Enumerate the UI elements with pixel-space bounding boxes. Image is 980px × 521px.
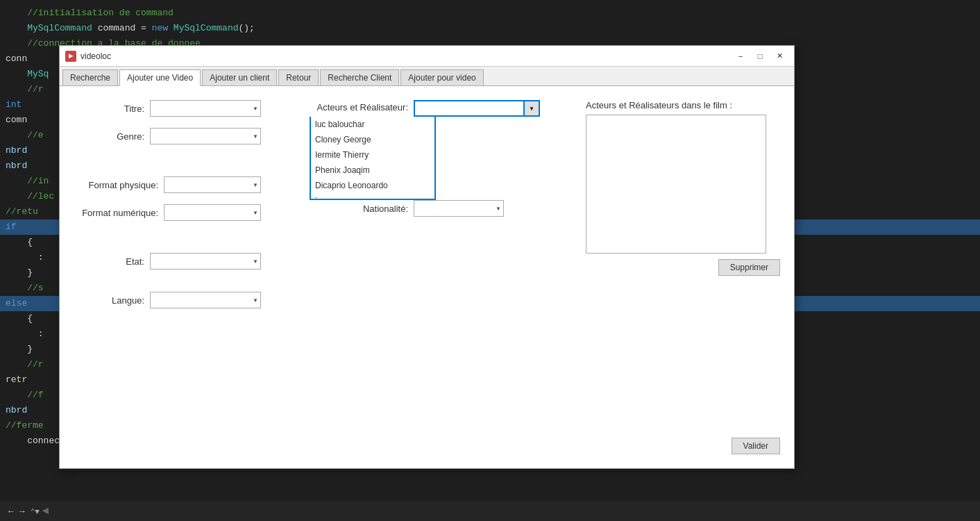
- acteurs-group: Acteurs et Réalisateur: ▼ luc balouchar …: [310, 100, 518, 117]
- code-text: MySq: [6, 67, 49, 82]
- code-text: new: [152, 21, 168, 36]
- code-text: //retu: [6, 204, 38, 220]
- valider-button[interactable]: Valider: [732, 438, 780, 454]
- tab-retour[interactable]: Retour: [278, 69, 319, 85]
- scroll-back-button[interactable]: ←: [6, 505, 17, 518]
- nationalite-group: Nationalité:: [310, 200, 518, 217]
- tab-ajouter-pour-video[interactable]: Ajouter pour video: [400, 69, 483, 85]
- code-text: conn: [6, 51, 27, 67]
- format-physique-label: Format physique:: [74, 180, 164, 190]
- nationalite-label: Nationalité:: [310, 204, 414, 214]
- dialog-title-left: ▶ videoloc: [65, 51, 111, 62]
- code-text: MySqlCommand: [168, 21, 238, 36]
- code-text: //in: [6, 174, 49, 189]
- nationalite-select-wrapper: [414, 200, 504, 217]
- genre-select[interactable]: [150, 128, 261, 144]
- code-text: else: [6, 296, 27, 311]
- scroll-jump-icon: ⌃▼: [31, 507, 40, 516]
- dialog-body: Titre: Genre: Format physique:: [60, 86, 794, 468]
- dialog-title-text: videoloc: [81, 51, 111, 61]
- code-text: {: [6, 235, 33, 250]
- form-middle: Acteurs et Réalisateur: ▼ luc balouchar …: [310, 100, 518, 228]
- code-text: //f: [6, 388, 44, 403]
- dialog-titlebar: ▶ videoloc − □ ✕: [60, 46, 794, 67]
- dropdown-item-jean-reno[interactable]: jean reno: [311, 193, 434, 200]
- tab-ajouter-client[interactable]: Ajouter un client: [202, 69, 277, 85]
- acteurs-dropdown-button[interactable]: ▼: [525, 100, 540, 117]
- scroll-left-arrow: ◄: [42, 505, 49, 518]
- right-panel: Acteurs et Réalisateurs dans le film : S…: [586, 100, 780, 276]
- maximize-button[interactable]: □: [751, 49, 769, 63]
- spacer: [74, 156, 296, 176]
- code-text: ();: [238, 21, 254, 36]
- code-text: //e: [6, 128, 44, 143]
- genre-label: Genre:: [74, 131, 150, 142]
- acteurs-dropdown-list: luc balouchar Cloney George Iermite Thie…: [310, 117, 436, 200]
- acteurs-input[interactable]: [414, 100, 525, 117]
- dialog-window: ▶ videoloc − □ ✕ Recherche Ajouter une V…: [59, 45, 795, 469]
- code-text: :: [6, 250, 44, 265]
- etat-select-wrapper: [150, 253, 261, 270]
- etat-label: Etat:: [74, 256, 150, 267]
- langue-group: Langue:: [74, 292, 296, 308]
- dialog-title-controls: − □ ✕: [732, 49, 788, 63]
- langue-label: Langue:: [74, 295, 150, 306]
- tab-ajouter-video[interactable]: Ajouter une Video: [119, 69, 201, 86]
- dropdown-item-luc[interactable]: luc balouchar: [311, 117, 434, 132]
- supprimer-row: Supprimer: [586, 259, 780, 276]
- titre-select-wrapper: [150, 100, 261, 117]
- langue-select[interactable]: [150, 292, 261, 308]
- code-text: comn: [6, 113, 27, 128]
- code-text: {: [6, 311, 33, 326]
- acteurs-label: Acteurs et Réalisateur:: [310, 100, 414, 113]
- tab-recherche-client[interactable]: Recherche Client: [320, 69, 399, 85]
- code-line-2: MySqlCommand command = new MySqlCommand(…: [0, 21, 980, 36]
- code-text: //ferme: [6, 418, 44, 433]
- etat-select[interactable]: [150, 253, 261, 270]
- dropdown-item-dicaprio[interactable]: Dicaprio Leonoardo: [311, 178, 434, 193]
- code-text: nbrd: [6, 158, 27, 174]
- titre-select[interactable]: [150, 100, 261, 117]
- code-text: MySqlCommand: [6, 21, 92, 36]
- dropdown-item-iermite[interactable]: Iermite Thierry: [311, 147, 434, 163]
- format-physique-select[interactable]: [164, 176, 261, 193]
- code-text: //lec: [6, 189, 54, 204]
- code-text: int: [6, 97, 22, 113]
- code-text: command =: [92, 21, 152, 36]
- scrollbar-area: ← → ⌃▼ ◄: [0, 502, 980, 521]
- code-text: retr: [6, 372, 27, 388]
- dropdown-item-phenix[interactable]: Phenix Joaqim: [311, 163, 434, 178]
- code-text: nbrd: [6, 403, 27, 418]
- dialog-tabs: Recherche Ajouter une Video Ajouter un c…: [60, 67, 794, 86]
- code-line-1: //initialisation de command: [0, 6, 980, 21]
- acteurs-listbox[interactable]: [586, 115, 766, 254]
- scroll-forward-button[interactable]: →: [17, 505, 28, 518]
- close-button[interactable]: ✕: [770, 49, 788, 63]
- genre-select-wrapper: [150, 128, 261, 144]
- nationalite-select[interactable]: [414, 200, 504, 217]
- code-text: //r: [6, 82, 44, 97]
- genre-group: Genre:: [74, 128, 296, 144]
- tab-recherche[interactable]: Recherche: [62, 69, 118, 85]
- code-text: //s: [6, 281, 44, 296]
- acteurs-input-row: ▼: [414, 100, 540, 117]
- code-text: }: [6, 265, 33, 281]
- minimize-button[interactable]: −: [732, 49, 750, 63]
- format-physique-select-wrapper: [164, 176, 261, 193]
- code-text: //r: [6, 357, 44, 372]
- acteurs-dropdown-container: ▼ luc balouchar Cloney George Iermite Th…: [414, 100, 540, 117]
- code-text: }: [6, 342, 33, 357]
- dropdown-item-cloney[interactable]: Cloney George: [311, 132, 434, 147]
- code-text: //initialisation de command: [6, 6, 174, 21]
- etat-group: Etat:: [74, 253, 296, 270]
- spacer2: [74, 232, 296, 253]
- format-numerique-select[interactable]: [164, 204, 261, 221]
- format-numerique-label: Format numérique:: [74, 208, 164, 218]
- titre-label: Titre:: [74, 104, 150, 114]
- code-text: if: [6, 220, 17, 235]
- supprimer-button[interactable]: Supprimer: [718, 259, 780, 276]
- langue-select-wrapper: [150, 292, 261, 308]
- code-text: :: [6, 326, 44, 342]
- spacer3: [74, 281, 296, 292]
- app-icon: ▶: [65, 51, 76, 62]
